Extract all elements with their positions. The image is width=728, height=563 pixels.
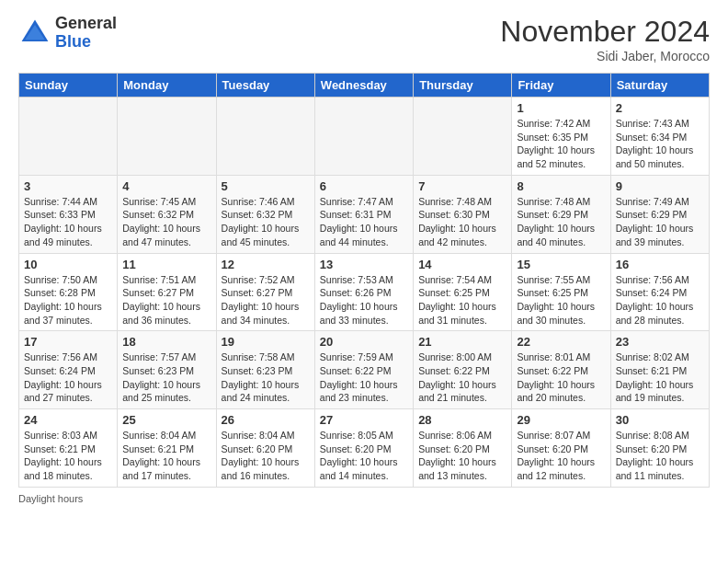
- calendar-week-5: 24Sunrise: 8:03 AM Sunset: 6:21 PM Dayli…: [19, 409, 710, 488]
- day-number: 10: [24, 258, 112, 271]
- table-row: 23Sunrise: 8:02 AM Sunset: 6:21 PM Dayli…: [610, 331, 709, 409]
- day-number: 13: [320, 258, 408, 271]
- table-row: 7Sunrise: 7:48 AM Sunset: 6:30 PM Daylig…: [414, 175, 512, 253]
- table-row: 21Sunrise: 8:00 AM Sunset: 6:22 PM Dayli…: [414, 331, 512, 409]
- day-info: Sunrise: 7:53 AM Sunset: 6:26 PM Dayligh…: [320, 273, 408, 327]
- table-row: 9Sunrise: 7:49 AM Sunset: 6:29 PM Daylig…: [610, 175, 709, 253]
- day-number: 22: [517, 335, 605, 349]
- day-number: 14: [418, 258, 506, 271]
- day-number: 20: [320, 335, 408, 349]
- day-info: Sunrise: 8:04 AM Sunset: 6:20 PM Dayligh…: [222, 429, 310, 483]
- day-number: 16: [616, 258, 704, 271]
- day-number: 30: [616, 413, 704, 427]
- table-row: 20Sunrise: 7:59 AM Sunset: 6:22 PM Dayli…: [314, 331, 413, 409]
- day-info: Sunrise: 7:51 AM Sunset: 6:27 PM Dayligh…: [122, 273, 210, 327]
- day-number: 25: [122, 413, 210, 427]
- day-info: Sunrise: 7:46 AM Sunset: 6:32 PM Dayligh…: [222, 195, 310, 249]
- day-info: Sunrise: 7:45 AM Sunset: 6:32 PM Dayligh…: [122, 195, 210, 249]
- logo-text: General Blue: [55, 15, 117, 52]
- table-row: 25Sunrise: 8:04 AM Sunset: 6:21 PM Dayli…: [118, 409, 216, 488]
- day-info: Sunrise: 8:06 AM Sunset: 6:20 PM Dayligh…: [418, 429, 506, 483]
- location-subtitle: Sidi Jaber, Morocco: [500, 49, 710, 63]
- table-row: 22Sunrise: 8:01 AM Sunset: 6:22 PM Dayli…: [512, 331, 610, 409]
- table-row: 2Sunrise: 7:43 AM Sunset: 6:34 PM Daylig…: [610, 98, 709, 176]
- calendar-body: 1Sunrise: 7:42 AM Sunset: 6:35 PM Daylig…: [19, 98, 710, 488]
- day-info: Sunrise: 8:07 AM Sunset: 6:20 PM Dayligh…: [517, 429, 605, 483]
- day-number: 21: [418, 335, 506, 349]
- table-row: [314, 98, 413, 176]
- day-info: Sunrise: 7:50 AM Sunset: 6:28 PM Dayligh…: [24, 273, 112, 327]
- day-number: 7: [418, 179, 506, 193]
- logo-general-label: General: [55, 15, 117, 33]
- month-title: November 2024: [500, 15, 710, 49]
- col-saturday: Saturday: [610, 74, 709, 98]
- day-number: 4: [122, 179, 210, 193]
- day-info: Sunrise: 7:48 AM Sunset: 6:29 PM Dayligh…: [517, 195, 605, 249]
- day-number: 3: [24, 179, 112, 193]
- table-row: 14Sunrise: 7:54 AM Sunset: 6:25 PM Dayli…: [414, 253, 512, 331]
- table-row: 3Sunrise: 7:44 AM Sunset: 6:33 PM Daylig…: [19, 175, 118, 253]
- col-wednesday: Wednesday: [314, 74, 413, 98]
- col-sunday: Sunday: [19, 74, 118, 98]
- day-info: Sunrise: 7:55 AM Sunset: 6:25 PM Dayligh…: [517, 273, 605, 327]
- table-row: [19, 98, 118, 176]
- day-info: Sunrise: 7:59 AM Sunset: 6:22 PM Dayligh…: [320, 350, 408, 405]
- day-info: Sunrise: 8:08 AM Sunset: 6:20 PM Dayligh…: [616, 429, 704, 483]
- col-friday: Friday: [512, 74, 610, 98]
- footer-note: Daylight hours: [18, 493, 710, 504]
- day-number: 18: [122, 335, 210, 349]
- table-row: 28Sunrise: 8:06 AM Sunset: 6:20 PM Dayli…: [414, 409, 512, 488]
- table-row: 29Sunrise: 8:07 AM Sunset: 6:20 PM Dayli…: [512, 409, 610, 488]
- logo-blue-label: Blue: [55, 33, 117, 52]
- table-row: 26Sunrise: 8:04 AM Sunset: 6:20 PM Dayli…: [216, 409, 314, 488]
- col-thursday: Thursday: [414, 74, 512, 98]
- logo-icon: [18, 17, 51, 50]
- day-number: 8: [517, 179, 605, 193]
- day-info: Sunrise: 7:47 AM Sunset: 6:31 PM Dayligh…: [320, 195, 408, 249]
- day-number: 15: [517, 258, 605, 271]
- day-info: Sunrise: 8:05 AM Sunset: 6:20 PM Dayligh…: [320, 429, 408, 483]
- day-number: 11: [122, 258, 210, 271]
- day-info: Sunrise: 7:58 AM Sunset: 6:23 PM Dayligh…: [222, 350, 310, 405]
- table-row: 12Sunrise: 7:52 AM Sunset: 6:27 PM Dayli…: [216, 253, 314, 331]
- day-info: Sunrise: 7:52 AM Sunset: 6:27 PM Dayligh…: [222, 273, 310, 327]
- table-row: 5Sunrise: 7:46 AM Sunset: 6:32 PM Daylig…: [216, 175, 314, 253]
- day-info: Sunrise: 7:54 AM Sunset: 6:25 PM Dayligh…: [418, 273, 506, 327]
- table-row: 18Sunrise: 7:57 AM Sunset: 6:23 PM Dayli…: [118, 331, 216, 409]
- table-row: 24Sunrise: 8:03 AM Sunset: 6:21 PM Dayli…: [19, 409, 118, 488]
- day-info: Sunrise: 7:42 AM Sunset: 6:35 PM Dayligh…: [517, 117, 605, 171]
- day-number: 29: [517, 413, 605, 427]
- table-row: [216, 98, 314, 176]
- table-row: 11Sunrise: 7:51 AM Sunset: 6:27 PM Dayli…: [118, 253, 216, 331]
- page: General Blue November 2024 Sidi Jaber, M…: [0, 0, 728, 563]
- table-row: 13Sunrise: 7:53 AM Sunset: 6:26 PM Dayli…: [314, 253, 413, 331]
- day-number: 1: [517, 101, 605, 115]
- day-info: Sunrise: 7:43 AM Sunset: 6:34 PM Dayligh…: [616, 117, 704, 171]
- table-row: 30Sunrise: 8:08 AM Sunset: 6:20 PM Dayli…: [610, 409, 709, 488]
- day-number: 19: [222, 335, 310, 349]
- calendar-table: Sunday Monday Tuesday Wednesday Thursday…: [18, 73, 710, 488]
- day-info: Sunrise: 8:00 AM Sunset: 6:22 PM Dayligh…: [418, 350, 506, 405]
- day-number: 5: [222, 179, 310, 193]
- table-row: 10Sunrise: 7:50 AM Sunset: 6:28 PM Dayli…: [19, 253, 118, 331]
- table-row: 6Sunrise: 7:47 AM Sunset: 6:31 PM Daylig…: [314, 175, 413, 253]
- day-number: 17: [24, 335, 112, 349]
- day-number: 24: [24, 413, 112, 427]
- day-number: 27: [320, 413, 408, 427]
- table-row: [414, 98, 512, 176]
- day-number: 2: [616, 101, 704, 115]
- day-info: Sunrise: 8:01 AM Sunset: 6:22 PM Dayligh…: [517, 350, 605, 405]
- calendar-week-4: 17Sunrise: 7:56 AM Sunset: 6:24 PM Dayli…: [19, 331, 710, 409]
- table-row: 4Sunrise: 7:45 AM Sunset: 6:32 PM Daylig…: [118, 175, 216, 253]
- day-info: Sunrise: 8:03 AM Sunset: 6:21 PM Dayligh…: [24, 429, 112, 483]
- col-tuesday: Tuesday: [216, 74, 314, 98]
- calendar-week-1: 1Sunrise: 7:42 AM Sunset: 6:35 PM Daylig…: [19, 98, 710, 176]
- logo: General Blue: [18, 15, 117, 52]
- day-info: Sunrise: 7:57 AM Sunset: 6:23 PM Dayligh…: [122, 350, 210, 405]
- day-info: Sunrise: 7:44 AM Sunset: 6:33 PM Dayligh…: [24, 195, 112, 249]
- day-info: Sunrise: 7:56 AM Sunset: 6:24 PM Dayligh…: [24, 350, 112, 405]
- table-row: 27Sunrise: 8:05 AM Sunset: 6:20 PM Dayli…: [314, 409, 413, 488]
- day-info: Sunrise: 7:56 AM Sunset: 6:24 PM Dayligh…: [616, 273, 704, 327]
- table-row: [118, 98, 216, 176]
- calendar-header-row: Sunday Monday Tuesday Wednesday Thursday…: [19, 74, 710, 98]
